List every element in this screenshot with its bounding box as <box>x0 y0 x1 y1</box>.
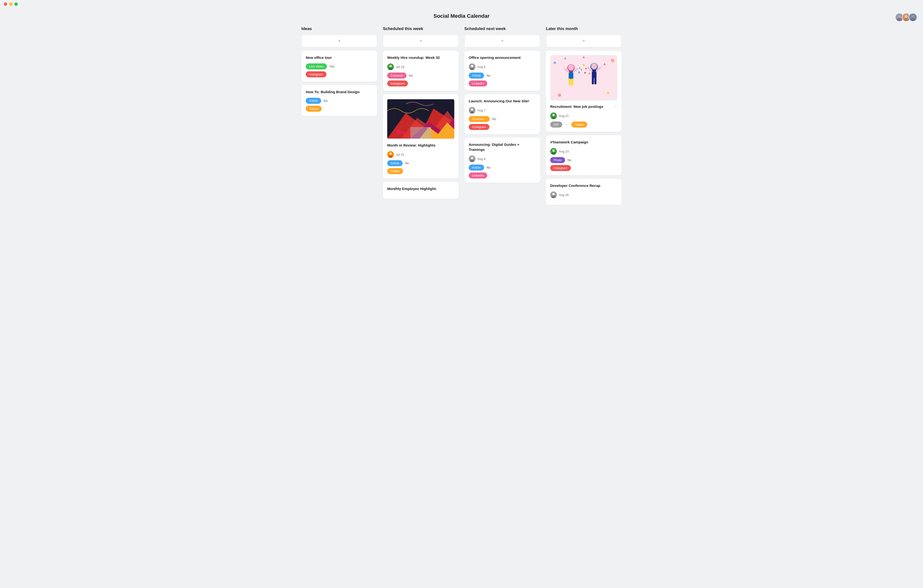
column-later-this-month: Later this month + <box>546 26 622 208</box>
card-digital-guides: Announcing: Digital Guides + Trainings A… <box>465 138 540 183</box>
card-title: Developer Conference Recap <box>550 183 617 188</box>
card-tags: Article No <box>306 98 373 104</box>
svg-rect-52 <box>592 77 594 84</box>
add-card-ideas-button[interactable]: + <box>301 34 377 47</box>
card-date: Aug 23 <box>559 150 569 153</box>
tag-article[interactable]: Article <box>306 98 321 104</box>
svg-point-3 <box>903 18 908 21</box>
card-value: No <box>492 117 496 121</box>
card-title: How To: Building Brand Design <box>306 89 373 94</box>
card-tags: Carousel No <box>387 72 454 79</box>
svg-rect-45 <box>569 79 571 85</box>
card-meta: Aug 21 <box>550 112 617 119</box>
card-title: Recruitment: New job postings <box>550 104 603 109</box>
card-title: Launch: Announcing Our New Site! <box>469 98 536 103</box>
svg-point-30 <box>471 157 473 159</box>
card-date: Aug 6 <box>477 65 486 69</box>
add-card-this-week-button[interactable]: + <box>383 34 458 47</box>
tag-divider <box>566 124 568 125</box>
svg-point-35 <box>607 92 609 94</box>
tag-gif[interactable]: GIF <box>550 121 562 128</box>
card-menu-button[interactable]: ··· <box>614 104 617 109</box>
minimize-button[interactable] <box>9 2 13 6</box>
card-title: Office opening announcement <box>469 55 536 60</box>
card-meta: Jul 29 <box>387 64 454 70</box>
svg-point-54 <box>583 64 585 66</box>
tag-live-video[interactable]: Live Video <box>306 64 327 69</box>
card-value: No <box>409 74 413 77</box>
close-button[interactable] <box>4 2 7 6</box>
card-date: Jul 31 <box>396 153 404 156</box>
fullscreen-button[interactable] <box>15 2 18 6</box>
card-value: No <box>405 161 409 165</box>
card-date: Aug 26 <box>559 193 569 197</box>
avatar-user-3[interactable] <box>908 13 917 21</box>
tag-twitter[interactable]: Twitter <box>572 121 587 128</box>
column-scheduled-next-week-header: Scheduled next week <box>465 26 540 31</box>
card-meta: Aug 26 <box>550 192 617 198</box>
svg-rect-49 <box>592 70 596 78</box>
card-value-no: No <box>324 99 328 103</box>
header: Social Media Calendar <box>0 8 923 26</box>
svg-point-18 <box>402 131 405 134</box>
card-title-row: Recruitment: New job postings ··· <box>550 104 617 112</box>
svg-point-24 <box>471 65 473 67</box>
card-tags: Live Video Yes <box>306 64 373 69</box>
page-title: Social Media Calendar <box>0 13 923 19</box>
tag-photo[interactable]: Photo <box>550 157 565 163</box>
tag-produce[interactable]: Produce... <box>469 116 489 122</box>
tag-twitter[interactable]: Twitter <box>387 168 403 174</box>
tag-article[interactable]: Article <box>469 165 484 170</box>
card-image <box>387 98 454 139</box>
tag-instagram[interactable]: Instagram <box>469 124 489 130</box>
tag-article[interactable]: Article <box>469 72 484 79</box>
add-card-next-week-button[interactable]: + <box>465 34 540 47</box>
svg-point-41 <box>568 64 574 70</box>
card-meta: Aug 23 <box>550 148 617 155</box>
column-scheduled-this-week-header: Scheduled this week <box>383 26 458 31</box>
card-recruitment: Recruitment: New job postings ··· Aug 21… <box>546 51 622 132</box>
tag-article[interactable]: Article <box>387 160 402 166</box>
card-value: No <box>486 74 491 77</box>
tag-linkedin[interactable]: LinkedIn <box>469 172 487 179</box>
column-ideas-header: Ideas <box>301 26 377 31</box>
svg-rect-19 <box>410 127 431 139</box>
svg-point-65 <box>552 149 555 152</box>
card-meta: Aug 7 <box>469 107 536 114</box>
card-meta: Aug 6 <box>469 64 536 70</box>
svg-point-56 <box>581 69 582 70</box>
card-dev-conference: Developer Conference Recap Aug 26 <box>546 179 622 205</box>
svg-point-33 <box>553 62 556 64</box>
svg-point-48 <box>591 63 597 69</box>
card-title: Monthly Employee Highlight: <box>387 186 454 191</box>
column-scheduled-this-week: Scheduled this week + Weekly Hire roundu… <box>383 26 458 208</box>
tag-instagram[interactable]: Instagram <box>550 165 571 171</box>
tag-carousel[interactable]: Carousel <box>387 72 406 79</box>
tag-twitter[interactable]: Twitter <box>306 106 322 112</box>
svg-point-4 <box>912 15 914 18</box>
card-date: Aug 8 <box>477 157 486 161</box>
card-weekly-hire: Weekly Hire roundup: Week 32 Jul 29 Caro… <box>383 51 458 91</box>
card-title: Announcing: Digital Guides + Trainings <box>469 142 536 152</box>
svg-point-21 <box>389 152 392 155</box>
card-tags: Produce... No <box>469 116 536 122</box>
tag-linkedin[interactable]: LinkedIn <box>469 80 487 87</box>
card-month-review: Month in Review: Highlights Jul 31 Artic… <box>383 94 458 179</box>
tag-instagram[interactable]: Instagram <box>387 80 408 87</box>
card-avatar <box>550 192 557 198</box>
add-card-later-button[interactable]: + <box>546 34 622 47</box>
card-title: #Teamwork Campaign <box>550 139 617 144</box>
svg-rect-53 <box>595 77 596 84</box>
card-new-office-tour: New office tour Live Video Yes Instagram <box>301 51 377 82</box>
card-avatar <box>469 64 475 70</box>
collaborators-avatars <box>895 13 917 21</box>
card-teamwork: #Teamwork Campaign Aug 23 Photo No Insta… <box>546 135 622 175</box>
card-avatar <box>550 112 557 119</box>
card-meta: Jul 31 <box>387 151 454 158</box>
svg-point-55 <box>585 68 587 69</box>
card-tags: Article No <box>469 72 536 79</box>
tag-instagram[interactable]: Instagram <box>306 71 327 77</box>
svg-point-34 <box>611 59 614 62</box>
traffic-lights <box>4 2 18 6</box>
card-title: Month in Review: Highlights <box>387 142 454 148</box>
